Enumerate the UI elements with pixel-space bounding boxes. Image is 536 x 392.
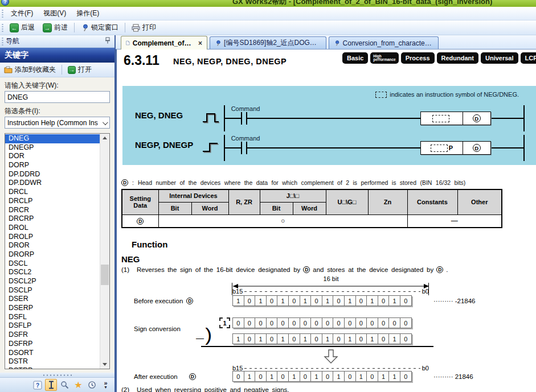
auto-hide-pin-icon[interactable] [105,37,111,46]
lock-window-button[interactable]: 锁定窗口 [77,22,122,34]
triangle-up-icon [103,137,107,139]
function-item-1: (1) Reverses the sign of the 16-bit devi… [121,266,448,273]
list-item[interactable]: DSCL2P [5,277,100,286]
scroll-up-arrow[interactable] [100,134,109,142]
favorites-button[interactable]: ★ [72,379,84,391]
list-item[interactable]: DRCLP [5,197,100,206]
forward-button[interactable]: → 前进 [39,22,72,34]
filter-dropdown[interactable]: Instruction Help (Common Ins [5,117,110,129]
search-button[interactable] [59,379,71,391]
list-item[interactable]: DSFR [5,331,100,340]
row-operand: D [122,214,158,228]
bit-cell: 1 [333,371,345,382]
tab-conversion[interactable]: Conversion_from_character_stri... [329,36,439,49]
list-item[interactable]: DOR [5,152,100,161]
bit-cell: 1 [366,333,378,344]
keyword-input[interactable] [5,91,110,103]
bit-cell: 1 [232,333,244,344]
pushpin-icon [334,40,340,47]
toolbar-overflow-button[interactable]: »▼ [100,379,112,391]
list-scrollbar[interactable] [100,134,109,369]
cpu-badge: Process [401,52,435,64]
menu-item[interactable]: 视图(V) [38,7,71,20]
clock-icon [88,381,96,389]
bit-cell: 0 [366,317,378,328]
menu-item[interactable]: 操作(E) [71,7,104,20]
bit-cell: 0 [277,371,289,382]
list-item[interactable]: DSORT [5,349,100,358]
open-arrow-icon: → [68,66,76,74]
bit-cell: 0 [400,333,412,344]
leader-dots: ········· [433,298,453,304]
list-item[interactable]: DSCL [5,259,100,269]
minus-sign: — [196,333,204,343]
help-topics-button[interactable]: ? [31,379,43,391]
bit-cell: 0 [266,333,278,344]
nav-pane-header: 导航 [0,35,114,48]
tab-complement-of-2[interactable]: Complement_of_2_of_BIN_1... × [121,36,207,49]
list-item[interactable]: DSER [5,295,100,304]
list-item[interactable]: DRCL [5,188,100,197]
bit-cell: 0 [244,317,256,328]
list-item[interactable]: DSFLP [5,321,100,331]
right-rail [523,135,525,161]
open-button[interactable]: → 打开 [66,64,93,76]
setting-data-note: D : Head number of the devices where the… [121,179,465,186]
label-text: Before execution [134,298,183,304]
list-item[interactable]: DROL [5,224,100,233]
list-item[interactable]: DSFRP [5,340,100,349]
bit-cell: 0 [232,317,244,328]
contact-bar [241,112,242,125]
col-buffer-memory: U□\G□ [326,189,368,214]
list-item[interactable]: DRORP [5,250,100,259]
list-item[interactable]: DSTRP [5,366,100,369]
bit-cell: 1 [388,295,400,306]
back-button[interactable]: ← 后退 [6,22,39,34]
list-item[interactable]: DSFL [5,313,100,322]
pane-splitter[interactable] [0,373,114,377]
item-number: (2) [121,386,129,392]
list-item[interactable]: DP.DDRD [5,170,100,179]
scroll-down-arrow[interactable] [100,360,109,369]
menu-item[interactable]: 文件(F) [6,7,38,20]
keyword-search-button[interactable] [45,379,57,391]
list-item[interactable]: DP.DDWR [5,179,100,188]
tab-close-icon[interactable]: × [198,39,202,47]
list-item[interactable]: DROLP [5,233,100,242]
list-item[interactable]: DORP [5,161,100,170]
bit-cell: 0 [288,295,300,306]
list-item[interactable]: DSCLP [5,286,100,295]
b0-label: b0 [422,365,429,372]
print-button[interactable]: 打印 [128,22,160,34]
history-button[interactable] [86,379,98,391]
list-item[interactable]: DSERP [5,304,100,313]
list-item[interactable]: DSTR [5,357,100,366]
list-item[interactable]: DNEG [5,134,100,143]
col-word: Word [293,202,326,214]
list-item[interactable]: DROR [5,241,100,250]
bit-width-label: 16 bit [232,275,429,282]
instruction-names: NEGP, DNEGP [135,140,193,150]
list-item[interactable]: DSCL2 [5,268,100,277]
tab-label: Conversion_from_character_stri... [343,39,433,47]
bit-cell: 1 [300,333,312,344]
list-item[interactable]: DNEGP [5,143,100,152]
nav-title: 导航 [6,36,19,46]
bit-cell: 0 [244,295,256,306]
circled-d-operand: D [436,266,443,273]
rung-line [225,147,422,148]
list-item[interactable]: DRCR [5,206,100,215]
bit-cell: 1 [344,295,356,306]
bit-cell: 0 [288,333,300,344]
bit-cell: 0 [333,333,345,344]
scroll-thumb[interactable] [101,265,109,285]
keyword-title-label: 关键字 [5,50,28,60]
add-to-favorites-button[interactable]: 添加到收藏夹 [2,64,58,76]
bit-cell: 1 [378,371,390,382]
list-item[interactable]: DRCRP [5,214,100,224]
bit-cell: 0 [355,317,367,328]
menu-bar: 文件(F)视图(V)操作(E) [0,7,536,20]
sign-conversion-label: Sign conversion [134,325,181,332]
tab-sd1869[interactable]: [编号SD1869]轴2_近点DOG%20... [210,36,326,49]
section-number: 6.3.11 [124,53,159,68]
